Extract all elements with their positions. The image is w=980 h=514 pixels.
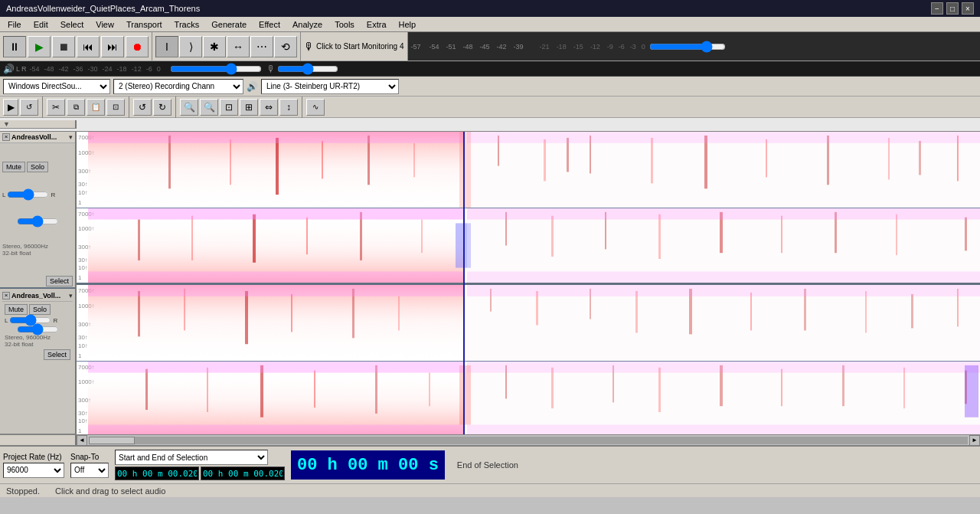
statusbar: Project Rate (Hz) 96000 Snap-To Off Star…	[0, 445, 980, 483]
edit-toolbar: ▶ ↺ ✂ ⧉ 📋 ⊡ ↺ ↻ 🔍 🔍 ⊡ ⊞ ⇔ ↕ ∿	[0, 97, 980, 118]
track2-select-btn[interactable]: Select	[44, 349, 70, 360]
draw-envelope-btn[interactable]: ∿	[306, 99, 325, 116]
input-volume-slider[interactable]	[170, 65, 262, 73]
sel-start-input[interactable]	[115, 467, 199, 480]
svg-rect-62	[88, 285, 463, 361]
output-volume-slider[interactable]	[649, 42, 726, 51]
track1-mute-btn[interactable]: Mute	[2, 162, 25, 172]
end-of-selection-label: End of Selection	[457, 460, 518, 470]
menu-analyze[interactable]: Analyze	[286, 18, 328, 31]
trim-btn[interactable]: ⊡	[106, 99, 125, 116]
tool-zoom[interactable]: ↔	[227, 36, 250, 57]
menu-view[interactable]: View	[90, 18, 120, 31]
menu-file[interactable]: File	[2, 18, 28, 31]
zoom-sel-btn[interactable]: ⊡	[220, 99, 238, 116]
next-button[interactable]: ⏭	[101, 36, 124, 57]
cut-btn[interactable]: ✂	[47, 99, 65, 116]
track1-close-btn[interactable]: ×	[2, 133, 10, 141]
svg-text:1: 1	[78, 352, 82, 359]
play-button[interactable]: ▶	[28, 36, 51, 57]
track1-top-svg: 7000↑ 1000↑ 300↑ 30↑ 10↑ 1	[77, 132, 980, 208]
track2-bottom-waveform: 7000↑ 1000↑ 300↑ 30↑ 10↑ 1	[77, 362, 980, 434]
recording-channel-select[interactable]: 2 (Stereo) Recording Chann	[113, 79, 243, 94]
redo-btn[interactable]: ↻	[153, 99, 172, 116]
track1-bottom-waveform: 7000↑ 1000↑ 300↑ 30↑ 10↑ 1	[77, 208, 980, 285]
play-region-btn[interactable]: ▶	[3, 99, 18, 116]
menu-transport[interactable]: Transport	[120, 18, 168, 31]
menu-generate[interactable]: Generate	[205, 18, 253, 31]
click-drag-hint: Click and drag to select audio	[55, 486, 165, 496]
svg-rect-81	[467, 285, 980, 296]
svg-rect-69	[467, 285, 980, 361]
undo-btn[interactable]: ↺	[133, 99, 152, 116]
hscroll-left-btn[interactable]: ◄	[77, 435, 87, 446]
track2-name: Andreas_Voll...	[11, 292, 67, 300]
track1-collapse-btn[interactable]: ▾	[69, 133, 73, 141]
menu-edit[interactable]: Edit	[28, 18, 54, 31]
loop-btn[interactable]: ↺	[20, 99, 38, 116]
tool-timeshift[interactable]: ⋯	[250, 36, 273, 57]
track1-bottom-svg: 7000↑ 1000↑ 300↑ 30↑ 10↑ 1	[77, 208, 980, 283]
tool-envelope[interactable]: ⟩	[179, 36, 202, 57]
svg-rect-89	[145, 369, 148, 410]
horizontal-scrollbar[interactable]: ◄ ►	[0, 434, 980, 445]
paste-btn[interactable]: 📋	[87, 99, 105, 116]
svg-rect-48	[781, 216, 782, 254]
tool-draw[interactable]: ✱	[203, 36, 226, 57]
monitor-level-slider[interactable]	[277, 65, 338, 73]
playback-device-select[interactable]: Windows DirectSou...	[3, 79, 110, 94]
menu-tools[interactable]: Tools	[328, 18, 361, 31]
track2-collapse-btn[interactable]: ▾	[69, 292, 73, 300]
track2-solo-btn[interactable]: Solo	[29, 304, 51, 315]
svg-rect-109	[467, 424, 980, 434]
menu-tracks[interactable]: Tracks	[168, 18, 206, 31]
svg-text:1: 1	[78, 427, 81, 434]
input-device-select[interactable]: Line (3- Steinberg UR-RT2)	[261, 79, 399, 94]
svg-text:1: 1	[78, 199, 82, 206]
sel-end-input[interactable]	[201, 467, 285, 480]
minimize-button[interactable]: −	[931, 2, 943, 15]
monitor-btn[interactable]: Click to Start Monitoring 4	[316, 42, 404, 51]
track2-close-btn[interactable]: ×	[2, 292, 10, 300]
maximize-button[interactable]: □	[946, 2, 959, 15]
zoom-height-btn[interactable]: ↕	[279, 99, 298, 116]
hscroll-right-btn[interactable]: ►	[969, 435, 980, 446]
svg-rect-24	[919, 141, 921, 175]
menu-help[interactable]: Help	[393, 18, 423, 31]
zoom-width-btn[interactable]: ⇔	[260, 99, 278, 116]
zoom-fit-btn[interactable]: ⊞	[240, 99, 258, 116]
close-button[interactable]: ×	[962, 2, 974, 15]
tool-select[interactable]: I	[155, 36, 178, 57]
copy-btn[interactable]: ⧉	[67, 99, 85, 116]
svg-rect-77	[865, 291, 867, 332]
svg-rect-50	[896, 214, 897, 255]
hscroll-track[interactable]	[89, 437, 968, 444]
svg-rect-63	[138, 291, 140, 336]
stop-button[interactable]: ⏹	[52, 36, 75, 57]
menu-effect[interactable]: Effect	[253, 18, 286, 31]
svg-rect-20	[704, 136, 707, 188]
track1-solo-btn[interactable]: Solo	[27, 162, 48, 172]
svg-rect-27	[467, 132, 980, 143]
app-title: AndreasVollenweider_QuietPlaces_Arcam_Th…	[6, 4, 200, 13]
record-button[interactable]: ⏺	[126, 36, 149, 57]
prev-button[interactable]: ⏮	[77, 36, 100, 57]
track1-gain-slider[interactable]	[7, 191, 49, 198]
right-tracks-display[interactable]: 7000↑ 1000↑ 300↑ 30↑ 10↑ 1	[77, 132, 980, 434]
menu-extra[interactable]: Extra	[361, 18, 393, 31]
tool-multi[interactable]: ⟲	[274, 36, 297, 57]
svg-rect-90	[207, 368, 208, 412]
hscroll-thumb[interactable]	[89, 437, 135, 444]
svg-text:30↑: 30↑	[78, 334, 88, 341]
project-rate-select[interactable]: 96000	[3, 463, 64, 478]
snap-to-select[interactable]: Off	[70, 463, 109, 478]
track2-pan-slider[interactable]	[17, 326, 59, 333]
track1-select-btn[interactable]: Select	[46, 276, 73, 286]
zoom-in-btn[interactable]: 🔍	[180, 99, 198, 116]
menu-select[interactable]: Select	[54, 18, 90, 31]
pause-button[interactable]: ⏸	[3, 36, 26, 57]
track2-mute-btn[interactable]: Mute	[5, 304, 28, 315]
track1-pan-slider[interactable]	[17, 218, 59, 225]
zoom-out-btn[interactable]: 🔍	[200, 99, 218, 116]
selection-type-select[interactable]: Start and End of Selection	[115, 450, 268, 465]
